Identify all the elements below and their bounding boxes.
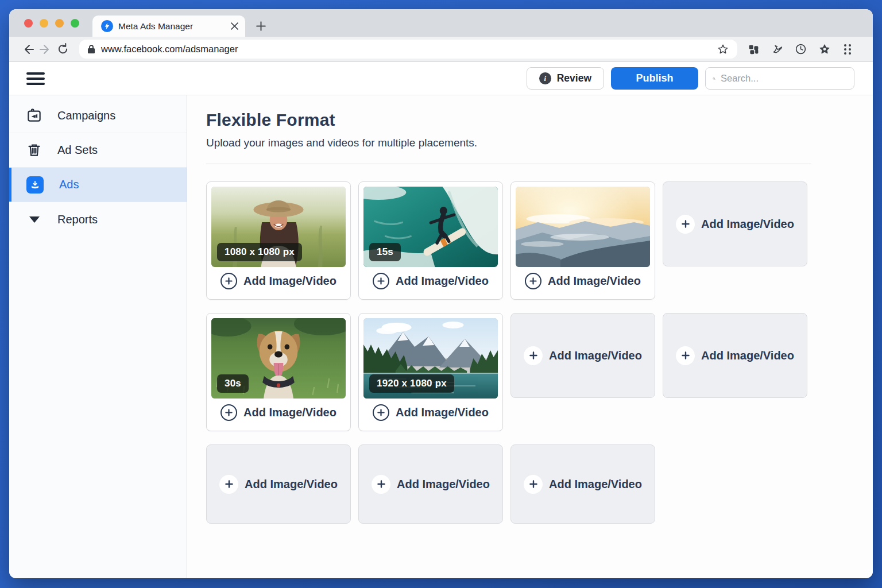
browser-tab[interactable]: Meta Ads Manager	[92, 16, 245, 37]
plus-icon	[373, 404, 389, 421]
media-tile: 1920 x 1080 px Add Image/Video	[358, 313, 503, 431]
add-image-video-label: Add Image/Video	[396, 274, 489, 288]
review-button-label: Review	[557, 72, 591, 84]
add-image-video-label: Add Image/Video	[701, 218, 794, 231]
url-field[interactable]: www.facebook.com/adsmanager	[79, 40, 737, 59]
new-tab-button[interactable]	[253, 18, 269, 34]
browser-window: Meta Ads Manager www.facebook.com/adsman…	[9, 9, 873, 578]
plus-icon	[676, 215, 695, 234]
plus-icon	[676, 346, 695, 365]
window-close-button[interactable]	[24, 19, 33, 28]
plus-icon	[524, 475, 543, 494]
ads-icon	[26, 176, 44, 194]
sidebar-item-label: Campaigns	[57, 109, 115, 122]
media-tile: Add Image/Video	[510, 181, 655, 300]
tab-strip: Meta Ads Manager	[9, 9, 873, 37]
add-image-video-tile[interactable]: Add Image/Video	[663, 181, 807, 266]
menu-icon[interactable]	[26, 72, 45, 85]
add-image-video-tile[interactable]: Add Image/Video	[510, 313, 655, 398]
add-image-video-label: Add Image/Video	[548, 274, 641, 288]
reload-icon[interactable]	[54, 41, 71, 58]
sidebar-item-label: Ad Sets	[57, 144, 98, 157]
apps-grid-icon[interactable]	[842, 43, 853, 56]
add-image-video-label: Add Image/Video	[245, 478, 338, 491]
dog-in-grass-image: 30s	[211, 318, 346, 399]
add-image-video-tile[interactable]: Add Image/Video	[206, 444, 351, 524]
active-indicator	[9, 168, 11, 202]
page-title: Flexible Format	[206, 110, 873, 130]
page-subtitle: Upload your images and videos for multip…	[206, 137, 873, 149]
publish-button[interactable]: Publish	[611, 67, 698, 90]
meta-favicon-icon	[101, 20, 113, 32]
ad-sets-icon	[26, 142, 42, 158]
add-image-video-tile[interactable]: Add Image/Video	[510, 444, 655, 524]
add-image-video-label: Add Image/Video	[701, 349, 794, 362]
clock-icon[interactable]	[795, 43, 807, 55]
add-image-video-label: Add Image/Video	[397, 478, 490, 491]
bookmark-star-icon[interactable]	[717, 43, 729, 56]
media-badge: 1920 x 1080 px	[369, 374, 454, 393]
media-grid: 1080 x 1080 px Add Image/Video	[206, 181, 873, 524]
search-icon	[713, 74, 715, 84]
puzzle-icon[interactable]	[748, 43, 760, 55]
plus-icon	[372, 475, 390, 494]
info-icon: i	[539, 72, 551, 84]
app-toolbar: i Review Publish	[9, 62, 873, 95]
sidebar-item-ads[interactable]: Ads	[9, 168, 187, 202]
add-image-video-label: Add Image/Video	[243, 274, 336, 288]
plus-icon	[220, 273, 237, 289]
main-content: Flexible Format Upload your images and v…	[187, 95, 873, 578]
woman-in-field-image: 1080 x 1080 px	[211, 187, 346, 267]
add-image-video-label: Add Image/Video	[243, 406, 336, 419]
window-minimize-button[interactable]	[40, 19, 48, 28]
sidebar-item-ad-sets[interactable]: Ad Sets	[9, 133, 187, 168]
add-image-video-tile[interactable]: Add Image/Video	[358, 444, 503, 524]
sidebar-item-label: Ads	[59, 178, 79, 191]
media-tile: 15s Add Image/Video	[358, 181, 503, 300]
search-box	[705, 67, 854, 90]
add-image-video-label: Add Image/Video	[549, 478, 642, 491]
plus-icon	[373, 273, 389, 289]
search-input[interactable]	[721, 73, 847, 84]
review-button[interactable]: i Review	[527, 67, 604, 90]
url-text: www.facebook.com/adsmanager	[101, 44, 238, 55]
plus-icon	[220, 404, 237, 421]
media-tile: 30s Add Image/Video	[206, 313, 351, 431]
extension-icons	[748, 43, 853, 56]
sidebar-item-reports[interactable]: Reports	[9, 202, 187, 237]
bird-icon[interactable]	[771, 43, 783, 55]
window-zoom-button[interactable]	[71, 19, 79, 28]
campaigns-icon	[26, 108, 42, 123]
reports-icon	[26, 212, 42, 227]
tab-close-icon[interactable]	[231, 22, 238, 30]
add-image-video-label: Add Image/Video	[396, 406, 489, 419]
back-icon[interactable]	[20, 41, 37, 58]
add-image-video-label: Add Image/Video	[549, 349, 642, 362]
surfer-on-wave-image: 15s	[363, 187, 498, 267]
sidebar-item-campaigns[interactable]: Campaigns	[9, 99, 187, 133]
divider	[206, 164, 811, 164]
add-image-video-tile[interactable]: Add Image/Video	[663, 313, 807, 398]
plus-icon	[524, 346, 543, 365]
address-bar: www.facebook.com/adsmanager	[9, 37, 873, 62]
tab-title: Meta Ads Manager	[118, 21, 231, 32]
add-image-video-button[interactable]: Add Image/Video	[363, 267, 498, 295]
media-badge: 1080 x 1080 px	[217, 243, 302, 261]
forward-icon[interactable]	[37, 41, 54, 58]
add-image-video-button[interactable]: Add Image/Video	[363, 399, 498, 426]
mountain-sunrise-image	[516, 187, 650, 267]
traffic-lights	[24, 19, 79, 28]
plus-icon	[525, 273, 541, 289]
sidebar: Campaigns Ad Sets Ads Reports	[9, 95, 187, 578]
media-tile: 1080 x 1080 px Add Image/Video	[206, 181, 351, 300]
add-image-video-button[interactable]: Add Image/Video	[516, 267, 650, 295]
plus-icon	[219, 475, 238, 494]
add-image-video-button[interactable]: Add Image/Video	[211, 267, 346, 295]
add-image-video-button[interactable]: Add Image/Video	[211, 399, 346, 426]
lock-icon	[87, 44, 95, 54]
media-badge: 15s	[369, 243, 401, 261]
window-minimize-button-2[interactable]	[55, 19, 64, 28]
lake-and-mountains-image: 1920 x 1080 px	[363, 318, 498, 399]
media-badge: 30s	[217, 374, 249, 393]
star-icon[interactable]	[818, 43, 831, 56]
